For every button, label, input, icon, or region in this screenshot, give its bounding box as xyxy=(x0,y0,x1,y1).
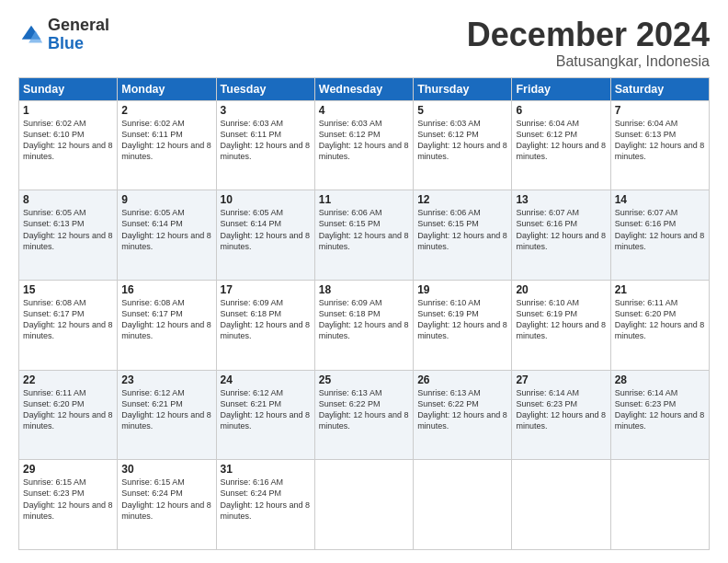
daylight-label: Daylight: 12 hours and 8 minutes. xyxy=(121,500,211,521)
daylight-label: Daylight: 12 hours and 8 minutes. xyxy=(23,231,113,251)
day-number: 17 xyxy=(221,283,311,296)
daylight-label: Daylight: 12 hours and 8 minutes. xyxy=(516,410,606,431)
day-number: 28 xyxy=(615,373,705,386)
sunset-label: Sunset: 6:15 PM xyxy=(319,219,381,228)
sunrise-label: Sunrise: 6:06 AM xyxy=(319,208,382,217)
day-number: 19 xyxy=(417,283,507,296)
table-row: 26 Sunrise: 6:13 AM Sunset: 6:22 PM Dayl… xyxy=(414,370,512,460)
daylight-label: Daylight: 12 hours and 8 minutes. xyxy=(23,410,113,431)
sunrise-label: Sunrise: 6:03 AM xyxy=(417,119,481,128)
calendar-week-row: 15 Sunrise: 6:08 AM Sunset: 6:17 PM Dayl… xyxy=(19,280,710,370)
table-row xyxy=(610,460,709,550)
sunset-label: Sunset: 6:11 PM xyxy=(221,130,282,139)
table-row: 27 Sunrise: 6:14 AM Sunset: 6:23 PM Dayl… xyxy=(512,370,610,460)
sunrise-label: Sunrise: 6:07 AM xyxy=(615,208,678,217)
day-number: 16 xyxy=(121,283,211,296)
table-row: 25 Sunrise: 6:13 AM Sunset: 6:22 PM Dayl… xyxy=(314,370,413,460)
table-row: 18 Sunrise: 6:09 AM Sunset: 6:18 PM Dayl… xyxy=(314,280,413,370)
sunrise-label: Sunrise: 6:03 AM xyxy=(221,119,284,128)
day-number: 8 xyxy=(23,193,113,206)
sunrise-label: Sunrise: 6:04 AM xyxy=(615,119,678,128)
sunset-label: Sunset: 6:16 PM xyxy=(516,219,577,228)
sunrise-label: Sunrise: 6:03 AM xyxy=(319,119,382,128)
daylight-label: Daylight: 12 hours and 8 minutes. xyxy=(417,410,507,431)
sunrise-label: Sunrise: 6:08 AM xyxy=(23,298,86,307)
day-info: Sunrise: 6:06 AM Sunset: 6:15 PM Dayligh… xyxy=(319,207,409,252)
sunrise-label: Sunrise: 6:12 AM xyxy=(121,388,185,397)
table-row: 4 Sunrise: 6:03 AM Sunset: 6:12 PM Dayli… xyxy=(314,100,413,190)
day-info: Sunrise: 6:07 AM Sunset: 6:16 PM Dayligh… xyxy=(615,207,705,252)
location-title: Batusangkar, Indonesia xyxy=(467,53,710,70)
day-number: 14 xyxy=(615,193,705,206)
table-row xyxy=(414,460,512,550)
table-row: 12 Sunrise: 6:06 AM Sunset: 6:15 PM Dayl… xyxy=(414,190,512,281)
day-number: 22 xyxy=(23,373,113,386)
sunrise-label: Sunrise: 6:06 AM xyxy=(417,208,481,217)
table-row: 29 Sunrise: 6:15 AM Sunset: 6:23 PM Dayl… xyxy=(19,460,118,550)
sunset-label: Sunset: 6:21 PM xyxy=(221,399,282,408)
sunset-label: Sunset: 6:24 PM xyxy=(221,488,282,498)
day-number: 9 xyxy=(121,193,211,206)
day-number: 23 xyxy=(121,373,211,386)
table-row: 3 Sunrise: 6:03 AM Sunset: 6:11 PM Dayli… xyxy=(216,100,314,190)
table-row: 10 Sunrise: 6:05 AM Sunset: 6:14 PM Dayl… xyxy=(216,190,314,281)
daylight-label: Daylight: 12 hours and 8 minutes. xyxy=(516,231,606,251)
sunrise-label: Sunrise: 6:13 AM xyxy=(319,388,382,397)
daylight-label: Daylight: 12 hours and 8 minutes. xyxy=(121,231,211,251)
table-row: 11 Sunrise: 6:06 AM Sunset: 6:15 PM Dayl… xyxy=(314,190,413,281)
daylight-label: Daylight: 12 hours and 8 minutes. xyxy=(221,141,311,161)
header: General Blue December 2024 Batusangkar, … xyxy=(18,17,710,70)
table-row: 22 Sunrise: 6:11 AM Sunset: 6:20 PM Dayl… xyxy=(19,370,118,460)
sunrise-label: Sunrise: 6:05 AM xyxy=(121,208,185,217)
daylight-label: Daylight: 12 hours and 8 minutes. xyxy=(417,320,507,340)
day-number: 6 xyxy=(516,104,606,117)
day-number: 20 xyxy=(516,283,606,296)
day-number: 21 xyxy=(615,283,705,296)
daylight-label: Daylight: 12 hours and 8 minutes. xyxy=(121,141,211,161)
day-info: Sunrise: 6:04 AM Sunset: 6:12 PM Dayligh… xyxy=(516,118,606,163)
day-number: 29 xyxy=(23,463,113,476)
sunset-label: Sunset: 6:19 PM xyxy=(417,309,479,318)
table-row: 24 Sunrise: 6:12 AM Sunset: 6:21 PM Dayl… xyxy=(216,370,314,460)
sunrise-label: Sunrise: 6:09 AM xyxy=(221,298,284,307)
sunrise-label: Sunrise: 6:02 AM xyxy=(23,119,86,128)
sunrise-label: Sunrise: 6:10 AM xyxy=(516,298,579,307)
sunset-label: Sunset: 6:18 PM xyxy=(221,309,282,318)
daylight-label: Daylight: 12 hours and 8 minutes. xyxy=(319,410,409,431)
day-info: Sunrise: 6:15 AM Sunset: 6:24 PM Dayligh… xyxy=(121,477,211,522)
day-number: 7 xyxy=(615,104,705,117)
sunrise-label: Sunrise: 6:04 AM xyxy=(516,119,579,128)
sunrise-label: Sunrise: 6:05 AM xyxy=(221,208,284,217)
sunset-label: Sunset: 6:12 PM xyxy=(516,130,577,139)
day-info: Sunrise: 6:14 AM Sunset: 6:23 PM Dayligh… xyxy=(516,387,606,432)
calendar-table: Sunday Monday Tuesday Wednesday Thursday… xyxy=(18,77,710,550)
daylight-label: Daylight: 12 hours and 8 minutes. xyxy=(23,320,113,340)
sunset-label: Sunset: 6:13 PM xyxy=(23,219,85,228)
sunset-label: Sunset: 6:19 PM xyxy=(516,309,577,318)
sunset-label: Sunset: 6:24 PM xyxy=(121,488,183,498)
table-row: 30 Sunrise: 6:15 AM Sunset: 6:24 PM Dayl… xyxy=(118,460,216,550)
table-row: 5 Sunrise: 6:03 AM Sunset: 6:12 PM Dayli… xyxy=(414,100,512,190)
sunrise-label: Sunrise: 6:14 AM xyxy=(516,388,579,397)
day-number: 4 xyxy=(319,104,409,117)
sunrise-label: Sunrise: 6:13 AM xyxy=(417,388,481,397)
day-info: Sunrise: 6:02 AM Sunset: 6:10 PM Dayligh… xyxy=(23,118,113,163)
sunset-label: Sunset: 6:20 PM xyxy=(615,309,677,318)
sunset-label: Sunset: 6:14 PM xyxy=(221,219,282,228)
sunset-label: Sunset: 6:22 PM xyxy=(417,399,479,408)
sunset-label: Sunset: 6:11 PM xyxy=(121,130,183,139)
sunrise-label: Sunrise: 6:10 AM xyxy=(417,298,481,307)
daylight-label: Daylight: 12 hours and 8 minutes. xyxy=(516,141,606,161)
sunrise-label: Sunrise: 6:07 AM xyxy=(516,208,579,217)
daylight-label: Daylight: 12 hours and 8 minutes. xyxy=(417,231,507,251)
table-row: 28 Sunrise: 6:14 AM Sunset: 6:23 PM Dayl… xyxy=(610,370,709,460)
day-info: Sunrise: 6:12 AM Sunset: 6:21 PM Dayligh… xyxy=(121,387,211,432)
table-row: 14 Sunrise: 6:07 AM Sunset: 6:16 PM Dayl… xyxy=(610,190,709,281)
day-info: Sunrise: 6:03 AM Sunset: 6:12 PM Dayligh… xyxy=(417,118,507,163)
daylight-label: Daylight: 12 hours and 8 minutes. xyxy=(23,141,113,161)
day-number: 13 xyxy=(516,193,606,206)
daylight-label: Daylight: 12 hours and 8 minutes. xyxy=(121,410,211,431)
day-info: Sunrise: 6:13 AM Sunset: 6:22 PM Dayligh… xyxy=(417,387,507,432)
sunset-label: Sunset: 6:14 PM xyxy=(121,219,183,228)
table-row: 9 Sunrise: 6:05 AM Sunset: 6:14 PM Dayli… xyxy=(118,190,216,281)
